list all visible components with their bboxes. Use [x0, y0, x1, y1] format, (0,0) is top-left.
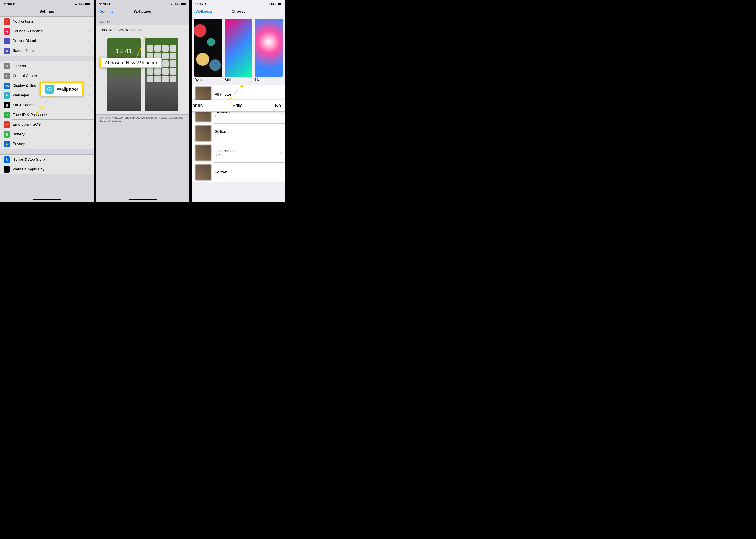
album-name: Live Photos: [215, 149, 280, 153]
row-label: Privacy: [13, 142, 89, 146]
back-button[interactable]: ‹Settings: [98, 9, 113, 14]
row-label: Battery: [13, 132, 89, 136]
row-label: iTunes & App Store: [13, 157, 89, 162]
back-button[interactable]: ‹Wallpaper: [194, 9, 212, 14]
home-indicator: [33, 199, 61, 200]
album-name: Selfies: [215, 129, 280, 134]
album-thumb: [195, 145, 211, 161]
b0-icon: ⚙: [4, 63, 10, 69]
b2-icon: AA: [4, 83, 10, 89]
settings-row-b7[interactable]: ▮Battery›: [0, 129, 94, 139]
status-bar: 11:06➤ LTE: [0, 0, 94, 7]
footer-note: Dynamic wallpaper and perspective zoom a…: [96, 115, 190, 125]
chevron-right-icon: ›: [89, 93, 90, 98]
nav-bar: Settings: [0, 7, 94, 16]
album-count: 564: [215, 153, 280, 157]
settings-row-b8[interactable]: ✋Privacy›: [0, 139, 94, 149]
type-label: Stills: [225, 78, 252, 82]
album-count: 1: [215, 115, 280, 118]
settings-row-b1[interactable]: ◧Control Center›: [0, 71, 94, 81]
highlight-dot: [36, 112, 38, 114]
page-title: Settings: [40, 9, 54, 14]
callout-dynamic: Dynamic: [192, 103, 203, 109]
highlight-dot: [144, 36, 146, 38]
callout-label: Choose a New Wallpaper: [105, 60, 157, 65]
row-label: Face ID & Passcode: [13, 113, 89, 117]
settings-row-b4[interactable]: ◉Siri & Search›: [0, 100, 94, 110]
b5-icon: ☺: [4, 112, 10, 118]
settings-row-c1[interactable]: ▭Wallet & Apple Pay›: [0, 164, 94, 174]
type-label: Dynamic: [194, 78, 222, 82]
settings-group-c: AiTunes & App Store›▭Wallet & Apple Pay›: [0, 154, 94, 174]
a3-icon: ⧗: [4, 47, 10, 54]
settings-row-a2[interactable]: ☾Do Not Disturb›: [0, 36, 94, 46]
album-row[interactable]: Selfies19›: [192, 124, 285, 143]
chevron-right-icon: ›: [184, 28, 186, 33]
type-stills[interactable]: Stills: [225, 19, 252, 82]
lock-screen-preview[interactable]: 12:41: [107, 38, 140, 111]
battery-icon: [181, 3, 186, 5]
row-label: Emergency SOS: [13, 122, 89, 127]
type-dynamic[interactable]: Dynamic: [194, 19, 222, 82]
choose-label: Choose a New Wallpaper: [99, 28, 184, 32]
screen-wallpaper: 11:06➤ LTE ‹Settings Wallpaper WALLPAPER…: [96, 0, 190, 202]
type-label: Live: [255, 78, 283, 82]
album-info: Selfies19: [215, 129, 280, 138]
b8-icon: ✋: [4, 141, 10, 147]
callout-live: Live: [272, 103, 281, 109]
chevron-right-icon: ›: [89, 48, 90, 53]
settings-row-a3[interactable]: ⧗Screen Time›: [0, 46, 94, 55]
callout-label: Wallpaper: [57, 86, 78, 92]
chevron-right-icon: ›: [89, 142, 90, 147]
settings-group-b: ⚙General›◧Control Center›AADisplay & Bri…: [0, 61, 94, 149]
album-thumb: [195, 125, 211, 141]
status-bar: 11:07➤ LTE: [192, 0, 285, 7]
callout-wallpaper: Wallpaper: [40, 82, 83, 97]
choose-new-wallpaper-row[interactable]: Choose a New Wallpaper ›: [96, 25, 190, 35]
page-title: Wallpaper: [134, 9, 152, 14]
chevron-right-icon: ›: [89, 167, 90, 172]
album-row[interactable]: Portrait›: [192, 163, 285, 182]
home-screen-preview[interactable]: [145, 38, 178, 111]
album-row[interactable]: Live Photos564›: [192, 143, 285, 163]
settings-row-a1[interactable]: ◀Sounds & Haptics›: [0, 26, 94, 36]
chevron-right-icon: ›: [89, 29, 90, 34]
row-label: Sounds & Haptics: [13, 29, 89, 34]
network-label: LTE: [175, 2, 180, 6]
a2-icon: ☾: [4, 38, 10, 44]
signal-icon: [267, 3, 270, 5]
back-label: Settings: [100, 9, 113, 14]
chevron-right-icon: ›: [89, 19, 90, 24]
settings-row-b0[interactable]: ⚙General›: [0, 61, 94, 71]
album-name: All Photos: [215, 92, 280, 97]
live-thumb: [255, 19, 283, 77]
settings-row-a0[interactable]: ▢Notifications›: [0, 17, 94, 26]
b6-icon: SOS: [4, 121, 10, 128]
highlight-dot: [241, 85, 243, 88]
row-label: Wallet & Apple Pay: [13, 167, 89, 172]
page-title: Choose: [231, 9, 245, 14]
signal-icon: [75, 3, 78, 5]
chevron-left-icon: ‹: [194, 9, 195, 14]
settings-group-a: ▢Notifications›◀Sounds & Haptics›☾Do Not…: [0, 16, 94, 56]
section-header: WALLPAPER: [96, 16, 190, 25]
settings-row-b5[interactable]: ☺Face ID & Passcode›: [0, 110, 94, 120]
album-info: Portrait: [215, 170, 280, 175]
screen-choose: 11:07➤ LTE ‹Wallpaper Choose Dynamic Sti…: [192, 0, 285, 202]
callout-types: Dynamic Stills Live: [192, 100, 285, 112]
row-label: Siri & Search: [13, 103, 89, 107]
type-live[interactable]: Live: [255, 19, 283, 82]
album-info: All Photos: [215, 92, 280, 97]
wallpaper-group: Choose a New Wallpaper ›: [96, 25, 190, 35]
b3-icon: ❀: [4, 92, 10, 99]
wallpaper-types-row: Dynamic Stills Live: [192, 16, 285, 85]
home-indicator: [128, 199, 157, 200]
chevron-right-icon: ›: [89, 113, 90, 117]
chevron-right-icon: ›: [89, 73, 90, 79]
albums-group: All Photos›Favorites1›Selfies19›Live Pho…: [192, 85, 285, 182]
settings-row-c0[interactable]: AiTunes & App Store›: [0, 155, 94, 164]
b7-icon: ▮: [4, 131, 10, 138]
settings-row-b6[interactable]: SOSEmergency SOS›: [0, 120, 94, 129]
chevron-right-icon: ›: [280, 150, 282, 156]
chevron-right-icon: ›: [89, 103, 90, 108]
